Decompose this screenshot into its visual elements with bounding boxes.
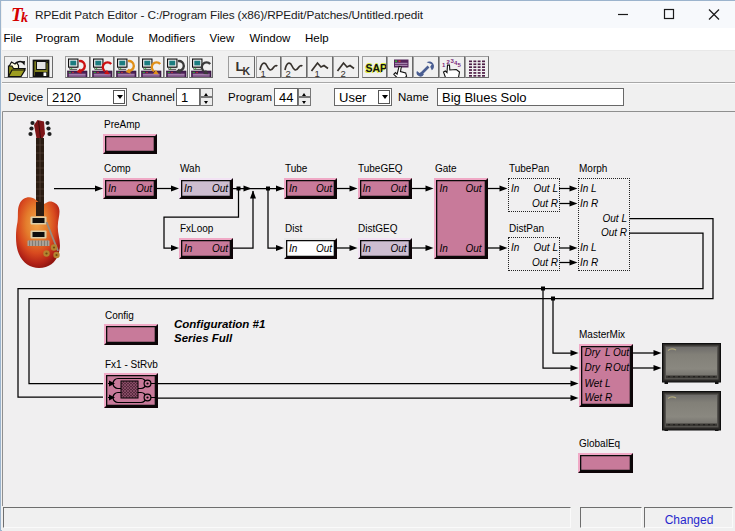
svg-text:1: 1 <box>260 67 265 78</box>
svg-text:5: 5 <box>457 62 461 68</box>
svg-text:K: K <box>242 64 250 76</box>
svg-text:SAP: SAP <box>365 62 386 74</box>
svg-text:k: k <box>21 10 28 25</box>
svg-text:2: 2 <box>340 67 345 78</box>
svg-text:1: 1 <box>442 62 446 68</box>
svg-text:1: 1 <box>314 67 319 78</box>
svg-text:2: 2 <box>286 67 291 78</box>
